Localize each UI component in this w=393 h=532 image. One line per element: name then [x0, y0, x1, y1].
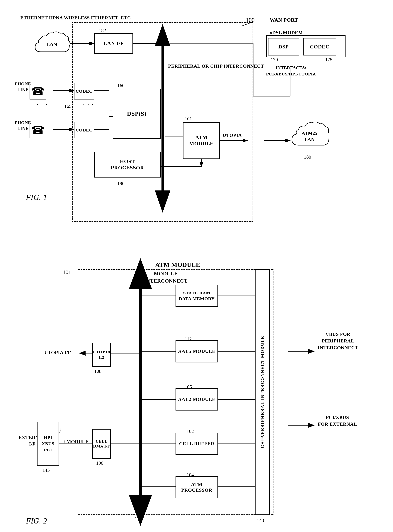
fig1-utopia-label: UTOPIA [223, 132, 242, 139]
fig2-state-ram-box: STATE RAM DATA MEMORY [176, 285, 218, 307]
fig2-utopia-l2-num: 108 [94, 368, 101, 374]
fig1-dots2: · · · [83, 102, 94, 108]
fig1-codec-modem-num: 175 [325, 57, 332, 63]
fig1-num-165: 165 [64, 104, 72, 109]
fig2-pci-xbus-label: PCI/XBUS FOR EXTERNAL [318, 414, 357, 428]
fig1-phone-line2-label: PHONE LINE [15, 120, 31, 131]
fig2-module-interconnect-label: MODULE INTERCONNECT [144, 270, 187, 284]
fig1-atm25-label: ATM25 LAN [302, 130, 317, 143]
svg-line-0 [242, 22, 252, 26]
fig2-utopia-if-label: UTOPIA I/F [44, 349, 71, 356]
fig1-host-proc-box: HOST PROCESSOR [94, 152, 161, 178]
fig1-lan-if-num: 182 [99, 28, 106, 33]
fig1-ethernet-label: ETHERNET HPNA WIRELESS ETHERNET, ETC [20, 15, 131, 21]
fig1-codec2-box: CODEC [74, 122, 94, 138]
fig1-dsp-modem-num: 170 [271, 57, 278, 63]
fig1-phone2-icon: ☎ [29, 122, 46, 138]
fig2-module-label: } MODULE [63, 439, 89, 445]
fig2-num-120: 120 [135, 516, 142, 522]
fig2-atm-proc-num: 104 [187, 472, 194, 478]
fig2-title: FIG. 2 [26, 516, 47, 526]
fig2-aal2-num: 105 [185, 384, 192, 390]
fig1-phone-line1-label: PHONE LINE [15, 81, 31, 92]
fig2-vbus-label: VBUS FOR PERIPHERAL INTERCONNECT [318, 331, 358, 351]
fig1-lan-if-box: LAN I/F [94, 33, 133, 54]
fig2-cell-dma-box: CELL DMA I/F [92, 429, 111, 459]
fig2-hpi-num: 145 [43, 467, 50, 473]
fig2-chip-periph-box: CHIP/PERIPHERAL INTERCONNECT MODULE [255, 269, 270, 515]
fig1-xdsl-label: xDSL MODEM [270, 30, 303, 36]
page: 100 [0, 0, 393, 532]
fig1-lan-cloud: LAN [33, 30, 70, 59]
fig1-wan-port-label: WAN PORT [270, 17, 298, 23]
fig1-codec1-box: CODEC [74, 83, 94, 99]
fig1-diagram: 100 [15, 11, 366, 244]
fig1-title: FIG. 1 [26, 192, 47, 203]
fig2-aal5-num: 112 [185, 336, 192, 342]
fig2-diagram: ATM MODULE 101 [15, 259, 366, 532]
fig2-cell-dma-num: 106 [96, 460, 103, 466]
fig1-host-proc-num: 190 [117, 181, 124, 186]
fig2-atm-proc-box: ATM PROCESSOR [176, 476, 218, 498]
fig2-chip-periph-num: 140 [257, 518, 264, 523]
fig1-dsp-box: DSP(S) [113, 89, 161, 139]
fig1-interfaces-label: INTERFACES: PCI/XBUS/HPI/UTOPIA [266, 65, 316, 77]
fig1-codec-modem-box: CODEC [303, 38, 336, 55]
fig1-dsp-num: 160 [117, 83, 124, 88]
fig2-chip-periph-label: CHIP/PERIPHERAL INTERCONNECT MODULE [260, 336, 265, 448]
fig1-peripheral-label: PERIPHERAL OR CHIP INTERCONNECT [168, 63, 264, 70]
fig2-aal5-box: AAL5 MODULE [176, 340, 218, 363]
fig2-cell-buffer-num: 102 [187, 429, 194, 434]
fig2-hpi-xbus-pci-box: HPI XBUS PCI [37, 422, 59, 466]
fig2-aal2-box: AAL2 MODULE [176, 388, 218, 411]
fig1-dsp-modem-box: DSP [268, 38, 299, 55]
fig1-atm25-num: 180 [304, 154, 311, 160]
fig1-lan-label: LAN [46, 41, 57, 47]
fig1-atm-module-box: ATM MODULE [183, 122, 220, 159]
fig2-utopia-l2-box: UTOPIA L2 [92, 343, 111, 367]
fig1-atm-module-num: 101 [185, 116, 192, 122]
fig1-atm25-cloud: ATM25 LAN [290, 120, 329, 153]
fig2-cell-buffer-box: CELL BUFFER [176, 433, 218, 455]
fig2-module-bracket: } [59, 423, 61, 437]
fig1-phone1-icon: ☎ [29, 83, 46, 99]
fig1-dots: · · · [37, 102, 48, 108]
